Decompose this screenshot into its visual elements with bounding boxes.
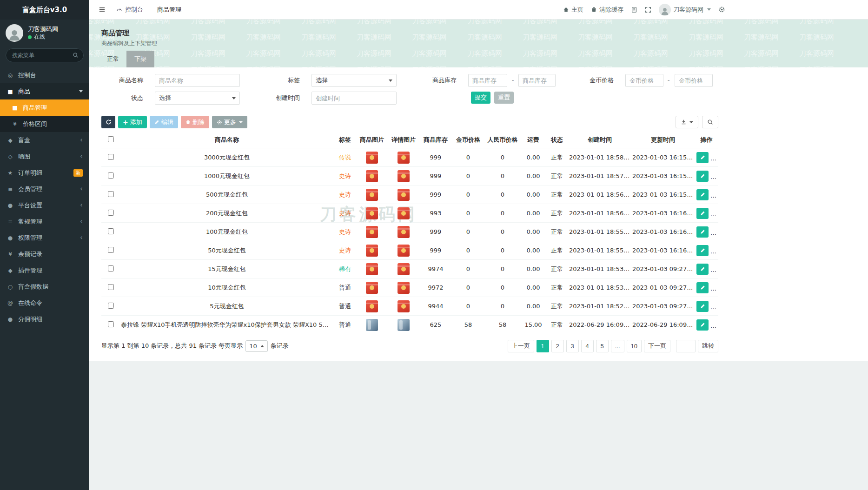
- submit-button[interactable]: 提交: [471, 92, 490, 104]
- clear-cache-button[interactable]: 清除缓存: [591, 6, 623, 14]
- page-button[interactable]: 10: [627, 340, 642, 352]
- sidebar-item-blindbox[interactable]: ◆盲盒‹: [0, 132, 89, 148]
- search-icon[interactable]: [73, 52, 79, 60]
- edit-button[interactable]: [696, 301, 709, 312]
- tab-normal[interactable]: 正常: [101, 51, 125, 67]
- column-header[interactable]: 金币价格: [452, 132, 484, 148]
- product-image[interactable]: [366, 263, 378, 275]
- settings-gear-icon[interactable]: [718, 6, 725, 13]
- detail-image[interactable]: [398, 226, 410, 238]
- sidebar-item-console[interactable]: ◎控制台: [0, 67, 89, 83]
- reset-button[interactable]: 重置: [494, 92, 514, 104]
- product-image[interactable]: [366, 207, 378, 219]
- edit-button[interactable]: [696, 152, 709, 163]
- product-image[interactable]: [366, 152, 378, 164]
- doc-icon[interactable]: [631, 7, 637, 13]
- hamburger-icon[interactable]: [95, 3, 109, 16]
- product-image[interactable]: [366, 226, 378, 238]
- detail-image[interactable]: [398, 170, 410, 182]
- sidebar-item-goods-manage[interactable]: ■商品管理: [0, 99, 89, 116]
- product-image[interactable]: [366, 319, 378, 331]
- export-button[interactable]: [676, 116, 698, 128]
- edit-button[interactable]: [696, 319, 709, 331]
- page-button[interactable]: ...: [611, 340, 624, 352]
- more-button[interactable]: 更多: [212, 116, 247, 128]
- coin-min-input[interactable]: [625, 74, 663, 87]
- search-toggle-button[interactable]: [702, 116, 718, 128]
- coin-max-input[interactable]: [675, 74, 713, 87]
- page-button[interactable]: 5: [596, 340, 609, 352]
- sidebar-item-plugins[interactable]: ◆插件管理: [0, 262, 89, 278]
- tab-console[interactable]: 控制台: [109, 0, 150, 20]
- edit-button[interactable]: [696, 282, 709, 293]
- edit-button[interactable]: [696, 264, 709, 275]
- row-checkbox[interactable]: [108, 321, 114, 327]
- row-checkbox[interactable]: [108, 191, 114, 197]
- sidebar-item-photos[interactable]: ◇晒图‹: [0, 148, 89, 165]
- refresh-button[interactable]: [101, 116, 115, 128]
- status-filter-select[interactable]: 选择: [155, 92, 240, 105]
- jump-page-input[interactable]: [676, 340, 696, 352]
- row-checkbox[interactable]: [108, 210, 114, 216]
- product-image[interactable]: [366, 245, 378, 257]
- edit-button[interactable]: [696, 226, 709, 238]
- row-checkbox[interactable]: [108, 228, 114, 234]
- tab-offline[interactable]: 下架: [126, 51, 154, 67]
- row-checkbox[interactable]: [108, 303, 114, 309]
- row-checkbox[interactable]: [108, 247, 114, 253]
- delete-toolbar-button[interactable]: 删除: [181, 116, 209, 128]
- sidebar-item-permissions[interactable]: ●权限管理‹: [0, 230, 89, 246]
- tab-goods-manage[interactable]: 商品管理: [150, 0, 188, 20]
- user-avatar[interactable]: [6, 24, 23, 42]
- detail-image[interactable]: [398, 207, 410, 219]
- page-button[interactable]: 上一页: [508, 340, 534, 352]
- sidebar-item-price-range[interactable]: ¥价格区间: [0, 116, 89, 132]
- page-button[interactable]: 2: [551, 340, 564, 352]
- row-checkbox[interactable]: [108, 172, 114, 179]
- column-header[interactable]: 商品名称: [120, 132, 334, 148]
- edit-button[interactable]: [696, 189, 709, 200]
- column-header[interactable]: 标签: [334, 132, 356, 148]
- detail-image[interactable]: [398, 263, 410, 275]
- page-button[interactable]: 4: [581, 340, 594, 352]
- column-header[interactable]: 详情图片: [388, 132, 419, 148]
- sidebar-item-online-command[interactable]: @在线命令: [0, 295, 89, 311]
- sidebar-item-orders[interactable]: ★订单明细新: [0, 165, 89, 181]
- column-header[interactable]: 更新时间: [631, 132, 695, 148]
- tag-filter-select[interactable]: 选择: [311, 74, 397, 87]
- detail-image[interactable]: [398, 189, 410, 201]
- page-button[interactable]: 1: [537, 340, 549, 352]
- select-all-checkbox[interactable]: [108, 136, 114, 142]
- stock-min-input[interactable]: [468, 74, 507, 87]
- sidebar-item-commission[interactable]: ●分佣明细: [0, 311, 89, 327]
- product-image[interactable]: [366, 170, 378, 182]
- per-page-select[interactable]: 10: [245, 340, 268, 352]
- home-link[interactable]: 主页: [563, 6, 583, 14]
- page-button[interactable]: 3: [566, 340, 579, 352]
- ctime-filter-input[interactable]: [311, 92, 397, 105]
- menu-search-input[interactable]: [6, 48, 84, 62]
- column-header[interactable]: 操作: [695, 132, 718, 148]
- edit-button[interactable]: [696, 171, 709, 182]
- sidebar-item-platform-settings[interactable]: ●平台设置‹: [0, 197, 89, 213]
- detail-image[interactable]: [398, 245, 410, 257]
- column-header[interactable]: 人民币价格: [484, 132, 521, 148]
- column-header[interactable]: 运费: [521, 132, 546, 148]
- user-menu[interactable]: 刀客源码网: [659, 4, 711, 16]
- edit-button[interactable]: [696, 245, 709, 256]
- sidebar-item-members[interactable]: ≡会员管理‹: [0, 181, 89, 197]
- sidebar-item-balance-log[interactable]: ¥余额记录: [0, 246, 89, 262]
- stock-max-input[interactable]: [518, 74, 556, 87]
- jump-button[interactable]: 跳转: [698, 340, 718, 352]
- row-checkbox[interactable]: [108, 154, 114, 160]
- detail-image[interactable]: [398, 282, 410, 294]
- detail-image[interactable]: [398, 300, 410, 312]
- row-checkbox[interactable]: [108, 284, 114, 290]
- column-header[interactable]: 创建时间: [568, 132, 631, 148]
- product-image[interactable]: [366, 189, 378, 201]
- row-checkbox[interactable]: [108, 265, 114, 271]
- sidebar-item-fake-data[interactable]: ○盲盒假数据: [0, 278, 89, 295]
- column-header[interactable]: 状态: [546, 132, 568, 148]
- sidebar-item-goods[interactable]: ■商品: [0, 83, 89, 99]
- product-image[interactable]: [366, 282, 378, 294]
